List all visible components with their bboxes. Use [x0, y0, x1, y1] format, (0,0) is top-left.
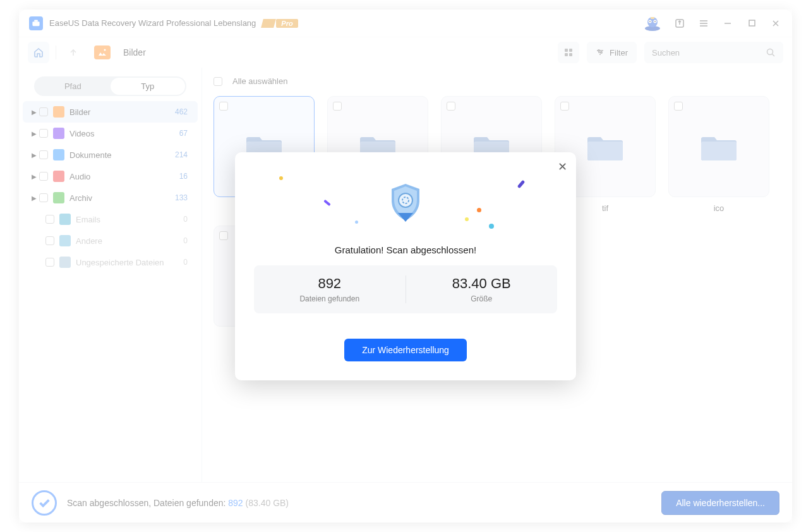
modal-stats: 892 Dateien gefunden 83.40 GB Größe — [254, 265, 557, 313]
stat-size-label: Größe — [406, 294, 558, 303]
modal-close-button[interactable]: ✕ — [558, 160, 567, 174]
svg-point-29 — [399, 193, 412, 207]
scan-complete-modal: ✕ Gratulation! Scan abgeschlossen! — [235, 152, 576, 380]
modal-recover-button[interactable]: Zur Wiederherstellung — [344, 339, 467, 361]
app-window: EaseUS Data Recovery Wizard Professional… — [19, 9, 792, 523]
stat-files-label: Dateien gefunden — [254, 294, 406, 303]
stat-size-value: 83.40 GB — [406, 275, 558, 292]
modal-title: Gratulation! Scan abgeschlossen! — [254, 245, 557, 255]
stat-files-value: 892 — [254, 275, 406, 292]
modal-overlay: ✕ Gratulation! Scan abgeschlossen! — [19, 9, 792, 523]
modal-hero-icon — [254, 164, 557, 239]
